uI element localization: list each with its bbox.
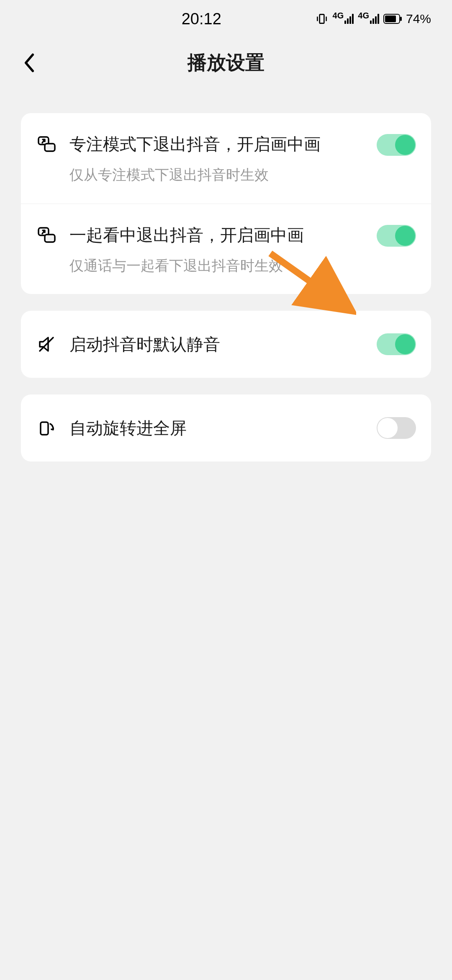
svg-rect-5 (400, 17, 402, 21)
setting-content: 专注模式下退出抖音，开启画中画 仅从专注模式下退出抖音时生效 (69, 132, 364, 185)
setting-auto-rotate: 自动旋转进全屏 (21, 395, 431, 462)
status-right: 4G 4G 74% (315, 12, 431, 26)
setting-content: 启动抖音时默认静音 (69, 332, 364, 357)
chevron-left-icon (22, 52, 37, 73)
app-header: 播放设置 (0, 38, 452, 88)
svg-rect-9 (45, 235, 55, 242)
back-button[interactable] (17, 50, 42, 75)
setting-title: 一起看中退出抖音，开启画中画 (69, 222, 364, 248)
settings-group-3: 自动旋转进全屏 (21, 395, 431, 462)
page-title: 播放设置 (0, 50, 452, 76)
settings-group-1: 专注模式下退出抖音，开启画中画 仅从专注模式下退出抖音时生效 一起看中退出抖音，… (21, 113, 431, 294)
setting-content: 一起看中退出抖音，开启画中画 仅通话与一起看下退出抖音时生效 (69, 222, 364, 276)
signal-bars-icon (370, 14, 379, 24)
toggle-auto-rotate[interactable] (377, 417, 416, 439)
settings-group-2: 启动抖音时默认静音 (21, 311, 431, 378)
signal-indicator-1: 4G (333, 14, 354, 24)
setting-title: 自动旋转进全屏 (69, 415, 364, 441)
setting-content: 自动旋转进全屏 (69, 415, 364, 441)
setting-pip-focus-mode: 专注模式下退出抖音，开启画中画 仅从专注模式下退出抖音时生效 (21, 113, 431, 204)
status-time: 20:12 (88, 10, 315, 28)
setting-default-mute: 启动抖音时默认静音 (21, 311, 431, 378)
toggle-pip-focus-mode[interactable] (377, 134, 416, 156)
svg-rect-11 (41, 422, 48, 435)
signal-bars-icon (344, 14, 354, 24)
svg-rect-0 (319, 14, 324, 23)
pip-icon (36, 224, 57, 245)
setting-subtitle: 仅通话与一起看下退出抖音时生效 (69, 256, 364, 276)
setting-title: 专注模式下退出抖音，开启画中画 (69, 132, 364, 157)
pip-icon (36, 133, 57, 154)
setting-title: 启动抖音时默认静音 (69, 332, 364, 357)
toggle-default-mute[interactable] (377, 333, 416, 355)
svg-rect-7 (45, 144, 55, 151)
vibrate-icon (315, 12, 329, 26)
setting-subtitle: 仅从专注模式下退出抖音时生效 (69, 165, 364, 185)
mute-icon (36, 334, 57, 355)
signal-indicator-2: 4G (358, 14, 379, 24)
battery-icon (383, 14, 402, 24)
settings-content: 专注模式下退出抖音，开启画中画 仅从专注模式下退出抖音时生效 一起看中退出抖音，… (0, 88, 452, 462)
svg-rect-4 (385, 15, 396, 22)
battery-percent: 74% (406, 12, 431, 26)
status-bar: 20:12 4G 4G 74% (0, 0, 452, 38)
rotate-icon (36, 418, 57, 438)
toggle-pip-watch-together[interactable] (377, 225, 416, 247)
setting-pip-watch-together: 一起看中退出抖音，开启画中画 仅通话与一起看下退出抖音时生效 (21, 204, 431, 294)
